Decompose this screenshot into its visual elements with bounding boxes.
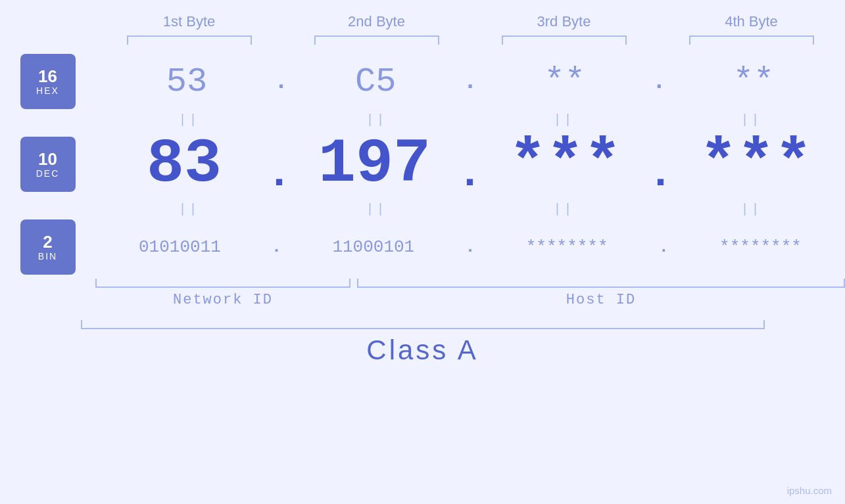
byte3-header: 3rd Byte [498, 13, 630, 30]
byte2-top-bracket [314, 35, 439, 45]
bin-dot2: . [465, 237, 475, 257]
eq2-b1: || [127, 202, 252, 217]
byte1-header: 1st Byte [124, 13, 255, 30]
dec-byte1: 83 [128, 133, 240, 196]
dec-byte4: *** [700, 133, 812, 196]
dec-byte2: 197 [318, 133, 431, 196]
dec-dot3: . [648, 150, 673, 198]
eq-row-1: || || || || [95, 109, 845, 130]
host-id-bracket [357, 279, 845, 288]
dec-dot2: . [457, 150, 483, 198]
bin-badge-number: 2 [43, 233, 52, 252]
eq1-b2: || [314, 112, 439, 127]
eq2-b2: || [314, 202, 439, 217]
dec-dot1: . [266, 150, 292, 198]
eq-row-2: || || || || [95, 198, 845, 219]
bin-byte4: ******** [710, 237, 811, 257]
hex-badge-number: 16 [38, 67, 57, 86]
network-id-bracket [95, 279, 350, 288]
byte1-top-bracket [127, 35, 252, 45]
byte3-top-bracket [502, 35, 627, 45]
hex-row: 16 HEX 53 . C5 . ** . ** [0, 54, 845, 109]
host-id-label: Host ID [357, 292, 845, 308]
class-label: Class A [81, 334, 765, 366]
dec-badge-label: DEC [36, 168, 60, 179]
eq1-b4: || [689, 112, 814, 127]
byte2-header: 2nd Byte [311, 13, 443, 30]
dec-badge: 10 DEC [20, 137, 76, 192]
hex-dot3: . [652, 68, 667, 95]
eq2-b3: || [502, 202, 627, 217]
dec-badge-number: 10 [38, 150, 57, 169]
bin-badge: 2 BIN [20, 219, 76, 275]
class-bracket [81, 320, 765, 329]
hex-byte2: C5 [320, 62, 431, 101]
hex-dot2: . [463, 68, 477, 95]
hex-byte4: ** [698, 62, 809, 101]
byte4-header: 4th Byte [686, 13, 817, 30]
bin-byte1: 01010011 [129, 237, 231, 257]
hex-dot1: . [274, 68, 289, 95]
bin-badge-label: BIN [38, 251, 57, 262]
hex-byte3: ** [509, 62, 621, 101]
eq2-b4: || [689, 202, 814, 217]
network-id-label: Network ID [95, 292, 350, 308]
id-labels-row: Network ID Host ID [95, 292, 845, 308]
byte4-top-bracket [689, 35, 814, 45]
dec-row: 10 DEC 83 . 197 . *** . *** [0, 130, 845, 198]
eq1-b3: || [502, 112, 627, 127]
hex-badge: 16 HEX [20, 54, 76, 109]
bin-byte3: ******** [516, 237, 618, 257]
bin-dot1: . [272, 237, 282, 257]
bin-dot3: . [659, 237, 669, 257]
dec-byte3: *** [509, 133, 621, 196]
watermark: ipshu.com [787, 485, 832, 496]
bottom-bracket-container [95, 279, 845, 288]
main-container: 1st Byte 2nd Byte 3rd Byte 4th Byte 16 H… [0, 0, 845, 504]
eq1-b1: || [127, 112, 252, 127]
bin-byte2: 11000101 [322, 237, 424, 257]
hex-badge-label: HEX [36, 85, 59, 96]
hex-byte1: 53 [131, 62, 243, 101]
bin-row: 2 BIN 01010011 . 11000101 . ******** . *… [0, 219, 845, 275]
